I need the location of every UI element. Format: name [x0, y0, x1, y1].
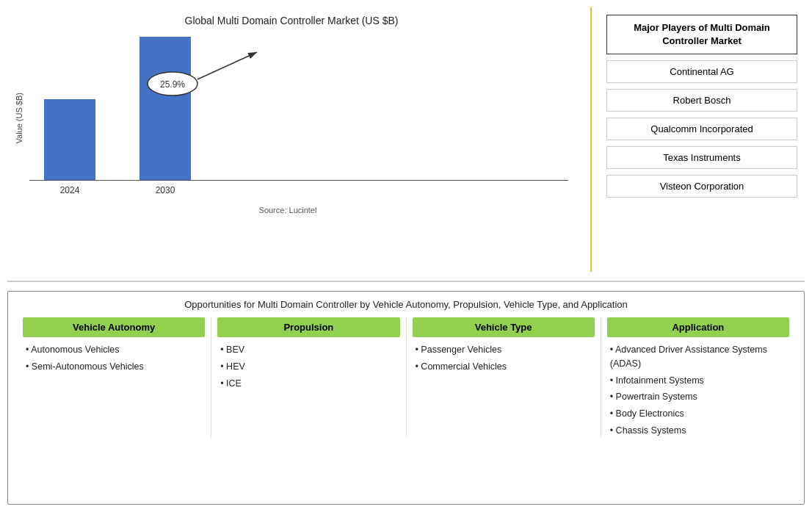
category-item: • Passenger Vehicles — [416, 343, 595, 357]
chart-area: Global Multi Domain Controller Market (U… — [7, 7, 583, 272]
category-header-propulsion: Propulsion — [217, 317, 399, 337]
category-item: • Body Electronics — [610, 407, 789, 421]
player-item-visteon: Visteon Corporation — [606, 175, 797, 198]
category-item: • Semi-Autonomous Vehicles — [26, 360, 205, 374]
opportunities-title: Opportunities for Multi Domain Controlle… — [17, 299, 795, 310]
major-players-title: Major Players of Multi Domain Controller… — [606, 15, 797, 54]
category-item: • Advanced Driver Assistance Systems (AD… — [610, 343, 789, 371]
categories-row: Vehicle Autonomy • Autonomous Vehicles •… — [17, 317, 795, 438]
category-col-vehicle-type: Vehicle Type • Passenger Vehicles • Comm… — [407, 317, 601, 438]
category-item: • ICE — [220, 377, 399, 391]
bar-2024 — [44, 99, 95, 180]
category-header-autonomy: Vehicle Autonomy — [23, 317, 205, 337]
category-items-propulsion: • BEV • HEV • ICE — [217, 343, 399, 390]
category-item: • Commercial Vehicles — [416, 360, 595, 374]
category-item: • Chassis Systems — [610, 424, 789, 438]
bar-group-2030 — [139, 37, 191, 180]
horizontal-divider — [7, 281, 805, 282]
player-item-bosch: Robert Bosch — [606, 89, 797, 112]
x-label-2024: 2024 — [44, 185, 95, 195]
bars-container: 25.9% — [29, 34, 568, 181]
category-item: • HEV — [220, 360, 399, 374]
category-items-application: • Advanced Driver Assistance Systems (AD… — [607, 343, 789, 438]
category-item: • Infotainment Systems — [610, 374, 789, 388]
source-text: Source: Lucintel — [259, 206, 325, 214]
player-item-texas: Texas Instruments — [606, 146, 797, 169]
category-header-application: Application — [607, 317, 789, 337]
bottom-section: Opportunities for Multi Domain Controlle… — [7, 291, 805, 505]
bar-group-2024 — [44, 99, 95, 180]
category-item: • Powertrain Systems — [610, 390, 789, 404]
category-header-vehicle-type: Vehicle Type — [413, 317, 595, 337]
y-axis-label: Value (US $B) — [15, 93, 23, 144]
category-item: • BEV — [220, 343, 399, 357]
bar-2030 — [139, 37, 191, 180]
chart-title: Global Multi Domain Controller Market (U… — [185, 15, 399, 26]
main-container: Global Multi Domain Controller Market (U… — [0, 0, 812, 512]
player-item-continental: Continental AG — [606, 60, 797, 83]
top-section: Global Multi Domain Controller Market (U… — [7, 7, 805, 272]
vertical-divider — [590, 7, 592, 272]
x-axis-labels: 2024 2030 — [29, 181, 568, 195]
category-col-autonomy: Vehicle Autonomy • Autonomous Vehicles •… — [17, 317, 211, 438]
chart-inner: 25.9% — [29, 34, 568, 203]
svg-line-2 — [197, 52, 257, 79]
major-players-panel: Major Players of Multi Domain Controller… — [599, 7, 805, 272]
category-col-propulsion: Propulsion • BEV • HEV • ICE — [211, 317, 406, 438]
player-item-qualcomm: Qualcomm Incorporated — [606, 118, 797, 140]
x-label-2030: 2030 — [139, 185, 191, 195]
chart-wrapper: Value (US $B) 25.9% — [15, 34, 568, 203]
category-items-vehicle-type: • Passenger Vehicles • Commercial Vehicl… — [413, 343, 595, 374]
category-col-application: Application • Advanced Driver Assistance… — [601, 317, 795, 438]
category-item: • Autonomous Vehicles — [26, 343, 205, 357]
category-items-autonomy: • Autonomous Vehicles • Semi-Autonomous … — [23, 343, 205, 374]
